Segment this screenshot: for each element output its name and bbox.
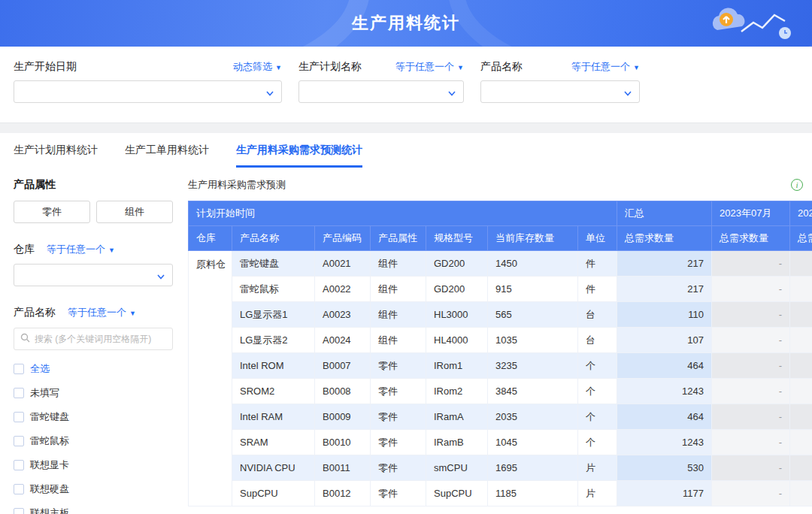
cell (790, 481, 812, 506)
cell: 915 (488, 277, 578, 302)
cell (790, 404, 812, 430)
table-row: 原料仓雷蛇键盘A0021组件GD2001450件217- (189, 251, 812, 277)
attribute-button[interactable]: 零件 (14, 201, 90, 223)
checklist-item[interactable]: 联想显卡 (14, 458, 173, 472)
cell: 零件 (371, 430, 426, 455)
cell: 1243 (617, 379, 712, 404)
cell: 片 (578, 481, 617, 506)
group-header-month-2: 2023年 (790, 201, 812, 226)
cell: 雷蛇鼠标 (232, 277, 315, 302)
cell: 107 (617, 328, 712, 353)
checklist-item[interactable]: 联想硬盘 (14, 482, 173, 496)
select-all-checkbox[interactable] (14, 364, 24, 374)
column-header: 总需求数量 (712, 226, 790, 251)
caret-down-icon: ▼ (633, 64, 640, 71)
column-header: 当前库存数量 (488, 226, 578, 251)
cell: - (712, 430, 790, 455)
table-row: Intel RAMB0009零件IRamA2035个464- (189, 404, 812, 430)
cell: A0024 (315, 328, 371, 353)
checklist-item[interactable]: 雷蛇键盘 (14, 410, 173, 424)
filter-select[interactable] (14, 80, 282, 103)
column-header: 产品名称 (232, 226, 315, 251)
cell: 个 (578, 379, 617, 404)
checklist-item[interactable]: 雷蛇鼠标 (14, 434, 173, 448)
cell: 组件 (371, 277, 426, 302)
filter-label-row: 产品名称等于任意一个▼ (480, 59, 640, 75)
cell (790, 353, 812, 379)
filter-select[interactable] (298, 80, 464, 103)
cell: Intel RAM (232, 404, 315, 430)
chevron-down-icon (447, 87, 456, 101)
checklist-item[interactable]: 联想主板 (14, 506, 173, 514)
cell: Intel ROM (232, 353, 315, 379)
caret-down-icon: ▼ (108, 246, 115, 254)
cell: NVIDIA CPU (232, 455, 315, 481)
filter-operator[interactable]: 等于任意一个▼ (395, 60, 464, 74)
cell: 零件 (371, 379, 426, 404)
page-title: 生产用料统计 (352, 12, 460, 35)
checkbox[interactable] (14, 484, 24, 494)
tab-2[interactable]: 生产工单用料统计 (125, 133, 209, 168)
checkbox[interactable] (14, 436, 24, 446)
main-header: 生产用料采购需求预测 i (188, 178, 812, 192)
cell: SROM2 (232, 379, 315, 404)
filter-operator-text: 等于任意一个 (395, 61, 454, 72)
forecast-table-wrap: 计划开始时间汇总2023年07月2023年仓库产品名称产品编码产品属性规格型号当… (188, 201, 812, 506)
tabs: 生产计划用料统计生产工单用料统计生产用料采购需求预测统计 (0, 133, 812, 168)
cell: 个 (578, 404, 617, 430)
cell: 组件 (371, 328, 426, 353)
cell: 217 (617, 277, 712, 302)
checkbox[interactable] (14, 412, 24, 422)
cell: 1185 (488, 481, 578, 506)
cell: 1450 (488, 251, 578, 277)
cell: smCPU (426, 455, 488, 481)
attribute-button[interactable]: 组件 (96, 201, 173, 223)
cell: 1035 (488, 328, 578, 353)
checklist-label: 联想显卡 (30, 458, 69, 472)
cell: B0008 (315, 379, 371, 404)
warehouse-label: 仓库 (14, 243, 35, 256)
table-row: SROM2B0008零件IRom23845个1243- (189, 379, 812, 404)
filter-label: 生产开始日期 (14, 60, 77, 74)
cell: 个 (578, 353, 617, 379)
warehouse-operator-text: 等于任意一个 (47, 243, 105, 255)
cell: - (712, 277, 790, 302)
checkbox[interactable] (14, 508, 24, 514)
filter-label-row: 生产计划名称等于任意一个▼ (298, 59, 464, 75)
checklist-item[interactable]: 未填写 (14, 386, 173, 400)
table-row: NVIDIA CPUB0011零件smCPU1695片530- (189, 455, 812, 481)
info-icon[interactable]: i (791, 179, 803, 191)
checkbox[interactable] (14, 388, 24, 398)
cell: 零件 (371, 353, 426, 379)
filter-operator[interactable]: 动态筛选▼ (233, 60, 282, 74)
product-search-input[interactable] (35, 334, 166, 344)
table-row: SupCPUB0012零件SupCPU1185片1177- (189, 481, 812, 506)
caret-down-icon: ▼ (275, 64, 282, 71)
table-row: LG显示器1A0023组件HL3000565台110- (189, 302, 812, 328)
table-row: Intel ROMB0007零件IRom13235个464- (189, 353, 812, 379)
filter-operator[interactable]: 等于任意一个▼ (571, 60, 640, 74)
cell: 个 (578, 430, 617, 455)
cell: A0022 (315, 277, 371, 302)
cell: HL4000 (426, 328, 488, 353)
product-operator[interactable]: 等于任意一个▼ (68, 306, 136, 319)
product-search (14, 328, 173, 350)
select-all-label: 全选 (30, 362, 50, 376)
warehouse-operator[interactable]: 等于任意一个▼ (47, 243, 115, 256)
filter-select[interactable] (480, 80, 640, 103)
tab-1[interactable]: 生产计划用料统计 (14, 133, 98, 168)
cell: B0010 (315, 430, 371, 455)
select-all-row[interactable]: 全选 (14, 362, 173, 376)
cell: - (712, 481, 790, 506)
cell (790, 277, 812, 302)
cell: 件 (578, 277, 617, 302)
checkbox[interactable] (14, 460, 24, 470)
checklist-label: 联想硬盘 (30, 482, 69, 496)
cell: B0011 (315, 455, 371, 481)
column-header: 总需求数量 (790, 226, 812, 251)
cell: - (712, 302, 790, 328)
tab-3[interactable]: 生产用料采购需求预测统计 (236, 133, 362, 168)
warehouse-select[interactable] (14, 264, 173, 286)
filter-operator-text: 等于任意一个 (571, 61, 630, 72)
cell: 台 (578, 302, 617, 328)
